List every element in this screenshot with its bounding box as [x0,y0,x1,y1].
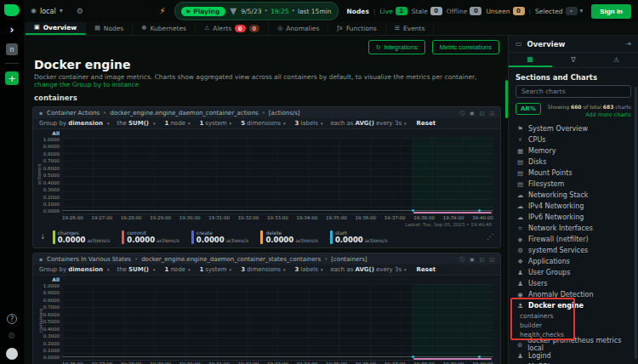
time-controls[interactable]: ▶Playing ▾ 9/5/23 • 19:25 • last 15min [174,2,339,20]
sidebar-section-item[interactable]: ▤ Filesystem [509,179,638,190]
sidebar-section-item[interactable]: containers [509,311,638,321]
sign-in-button[interactable]: Sign in [591,4,631,19]
dimension-value: 0.0000 [197,236,225,244]
integrations-button[interactable]: ↻Integrations [368,40,425,54]
y-tick: 0.9000 [43,145,60,150]
tab-nodes[interactable]: ▤Nodes [86,22,133,35]
sidebar-section-item[interactable]: ☁ Networking Stack [509,190,638,201]
metric-correlations-button[interactable]: Metric correlations [432,40,499,54]
sidebar-section-item[interactable]: ⊚ docker prometheus metrics local [509,339,638,350]
toolbar-dropdown[interactable]: 1 node▾ [163,266,191,273]
sidebar-section-item[interactable]: ⚓ Docker engine [509,300,638,311]
tab-sections-charts[interactable]: ▦ [509,53,552,67]
sidebar-section-item[interactable]: ☁ IPv6 Networking [509,212,638,223]
y-tick: 0.4000 [43,181,60,186]
search-input[interactable] [521,88,625,95]
toolbar-dropdown[interactable]: Group by dimension▾ [39,266,109,273]
app: › n + ? ⚙ ◉ local ▾ ⚙ ⚡ ▶Playing ▾ 9/5/2 [0,0,638,364]
sidebar-section-item[interactable]: ⚡ CPUs [509,134,638,145]
toolbar-dropdown[interactable]: Group by dimension▾ [39,120,109,127]
expand-legend-icon[interactable]: ↓ [40,234,46,241]
legend-item[interactable]: delete0.0000actions/s [260,230,318,243]
sidebar-title: Overview [527,40,566,48]
drag-icon[interactable]: ◲ [489,257,494,262]
node-selector[interactable]: ◉ local ▾ [31,8,63,15]
sidebar-section-item[interactable]: ▦ Memory [509,145,638,156]
node-status[interactable]: Unseen 0 [486,7,524,15]
y-tick: 0.8000 [43,299,60,304]
add-space-button[interactable]: + [5,71,19,85]
toolbar-dropdown[interactable]: 1 system▾ [197,266,231,273]
group-by-link[interactable]: change the Group by to instance [34,81,139,88]
fullscreen-icon[interactable]: ◱ [480,257,485,262]
toolbar-dropdown[interactable]: 5 dimensions▾ [239,120,285,127]
node-status[interactable]: Stale 0 [412,7,442,15]
nodes-status-bar: Nodes | Live 1 Stale 0 [347,7,584,15]
legend-item[interactable]: changes0.0000actions/s [53,230,111,243]
chart-plot[interactable] [62,138,493,214]
sidebar-section-item[interactable]: ▤ Disks [509,156,638,168]
sidebar-section-item[interactable]: ❖ Applications [509,256,638,267]
tab-alerts-sidebar[interactable]: ⚠ [595,53,638,67]
node-status[interactable]: Offline 0 [447,7,482,15]
toolbar-dropdown[interactable]: the SUM()▾ [117,120,155,127]
toolbar-dropdown[interactable]: 1 system▾ [197,120,231,127]
sidebar-section-item[interactable]: builder [509,321,638,330]
download-icon[interactable]: ▣ [470,111,475,116]
reset-button[interactable]: Reset [417,266,436,273]
playing-button[interactable]: ▶Playing [181,7,226,16]
tab-kubernetes[interactable]: ☸Kubernetes [133,22,196,35]
fullscreen-icon[interactable]: ◱ [480,111,485,116]
toolbar-dropdown[interactable]: each as AVG() every 3s▾ [330,266,406,273]
sidebar-section-item[interactable]: ◉ Anomaly Detection [509,289,638,300]
sidebar-section-item[interactable]: ⚑ System Overview [509,123,638,134]
info-icon[interactable]: ⓘ [459,257,464,262]
selected-nodes-dropdown[interactable]: Selected - ▾ [535,7,583,15]
sidebar-section-item[interactable]: ♟ User Groups [509,267,638,278]
sidebar-section-item[interactable]: ◈ Firewall (netfilter) [509,234,638,245]
tab-functions[interactable]: ƒxFunctions [328,22,385,35]
legend-item[interactable]: start0.0000actions/s [330,230,388,243]
add-more-charts-link[interactable]: Add more charts [585,111,631,118]
anomaly-rate-chip[interactable]: AR% [516,103,541,115]
expand-rail-icon[interactable]: › [10,24,14,36]
resize-handle-icon[interactable]: ⋰ [487,234,493,241]
toolbar-dropdown[interactable]: each as AVG() every 3s▾ [330,120,406,127]
grip-icon[interactable]: ▪ [39,257,43,262]
sidebar-section-item[interactable]: ♟ Users [509,278,638,289]
toolbar-dropdown[interactable]: 1 node▾ [163,120,191,127]
toolbar-dropdown[interactable]: 3 dimensions▾ [239,266,285,273]
toolbar-dropdown[interactable]: 3 labels▾ [293,266,322,273]
sidebar-section-item[interactable]: ⚙ systemd Services [509,245,638,256]
dropdown-suffix: every 3s [376,266,402,273]
tab-anomalies[interactable]: ◎Anomalies [269,22,328,35]
toolbar-dropdown[interactable]: the SUM()▾ [117,266,155,273]
download-icon[interactable]: ▣ [470,257,475,262]
legend-item[interactable]: create0.0000actions/s [191,230,249,243]
settings-icon[interactable]: ⚙ [9,332,16,340]
date-range[interactable]: 9/5/23 • 19:25 • last 15min [241,8,331,15]
tab-events[interactable]: ☰Events [386,22,435,35]
legend-item[interactable]: commit0.0000actions/s [122,230,179,243]
user-avatar[interactable] [6,348,18,360]
sidebar-section-item[interactable]: ☁ IPv4 Networking [509,201,638,212]
news-icon[interactable]: ⚡ [160,7,166,15]
reset-button[interactable]: Reset [417,120,436,127]
sidebar-section-item[interactable]: ▤ Mount Points [509,168,638,179]
node-status[interactable]: Live 1 [379,7,407,15]
tab-alerts[interactable]: ⚠Alerts00 [196,22,269,35]
section-icon: ♟ [516,281,524,287]
toolbar-dropdown[interactable]: 3 labels▾ [293,120,322,127]
chart-plot[interactable] [62,284,493,361]
tab-overview[interactable]: ▣Overview [26,22,86,35]
section-label: Anomaly Detection [528,291,594,299]
tab-filters[interactable]: ∇ [552,53,595,67]
grip-icon[interactable]: ▪ [39,111,43,116]
drag-icon[interactable]: ◲ [489,111,494,116]
node-settings-icon[interactable]: ⚙ [77,8,83,15]
sidebar-section-item[interactable]: ⌗ Network Interfaces [509,223,638,234]
help-icon[interactable]: ? [7,314,17,324]
collapse-sidebar-icon[interactable]: ⇥ [625,41,631,48]
node-space-button[interactable]: n [6,43,18,55]
info-icon[interactable]: ⓘ [459,111,464,116]
